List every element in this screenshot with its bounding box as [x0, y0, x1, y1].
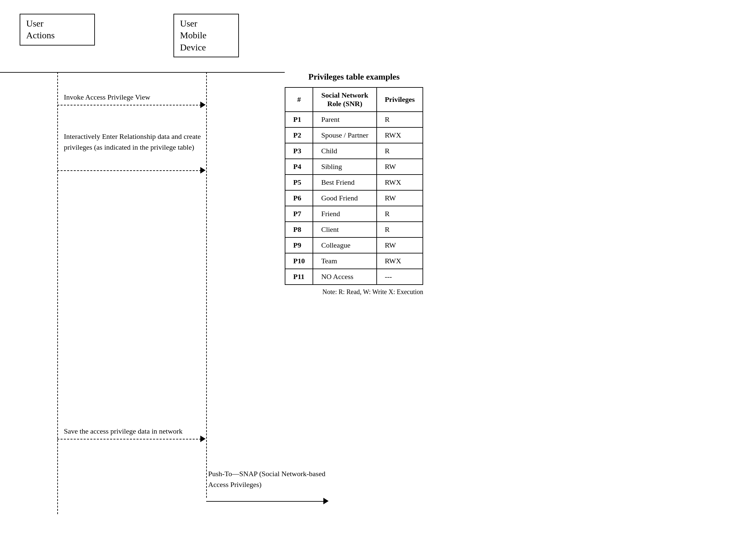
cell-privilege: RW [377, 159, 423, 175]
cell-id: P7 [285, 206, 313, 222]
table-row: P2Spouse / PartnerRWX [285, 127, 423, 143]
cell-id: P11 [285, 269, 313, 284]
cell-id: P9 [285, 238, 313, 253]
user-actions-box: User Actions [20, 14, 95, 46]
msg1-label: Invoke Access Privilege View [64, 93, 150, 102]
msg2-arrow [200, 167, 205, 174]
cell-role: Team [313, 253, 377, 269]
cell-role: Good Friend [313, 190, 377, 206]
cell-role: Parent [313, 112, 377, 127]
cell-privilege: RWX [377, 175, 423, 190]
push-snap-line2: Access Privileges) [208, 480, 262, 489]
cell-privilege: --- [377, 269, 423, 284]
push-snap-line [206, 501, 324, 502]
mobile-label3: Device [180, 42, 206, 52]
cell-role: Colleague [313, 238, 377, 253]
table-row: P4SiblingRW [285, 159, 423, 175]
cell-privilege: RWX [377, 253, 423, 269]
msg1-arrow [200, 102, 205, 108]
col-header-privileges: Privileges [377, 87, 423, 112]
privileges-section: Privileges table examples # Social Netwo… [285, 72, 423, 296]
mobile-device-box: User Mobile Device [173, 14, 239, 57]
msg1-line [57, 105, 201, 106]
cell-id: P4 [285, 159, 313, 175]
msg3-label: Save the access privilege data in networ… [64, 427, 183, 435]
table-body: P1ParentRP2Spouse / PartnerRWXP3ChildRP4… [285, 112, 423, 284]
push-snap-arrow [323, 498, 329, 504]
cell-privilege: R [377, 222, 423, 238]
msg3-line [57, 439, 201, 439]
cell-id: P1 [285, 112, 313, 127]
cell-privilege: RWX [377, 127, 423, 143]
push-snap-text: Push-To—SNAP (Social Network-based Acces… [208, 468, 325, 490]
privileges-title: Privileges table examples [285, 72, 423, 82]
mobile-label1: User [180, 18, 197, 29]
cell-privilege: RW [377, 190, 423, 206]
device-lifeline [206, 72, 207, 498]
cell-id: P6 [285, 190, 313, 206]
cell-id: P10 [285, 253, 313, 269]
cell-role: Friend [313, 206, 377, 222]
msg2-label: Interactively Enter Relationship data an… [64, 131, 201, 153]
table-row: P6Good FriendRW [285, 190, 423, 206]
cell-role: NO Access [313, 269, 377, 284]
cell-role: Client [313, 222, 377, 238]
cell-role: Sibling [313, 159, 377, 175]
push-snap-line1: Push-To—SNAP (Social Network-based [208, 470, 325, 478]
table-note: Note: R: Read, W: Write X: Execution [285, 288, 423, 296]
table-header-row: # Social NetworkRole (SNR) Privileges [285, 87, 423, 112]
table-row: P7FriendR [285, 206, 423, 222]
col-header-id: # [285, 87, 313, 112]
msg2-line [57, 170, 201, 171]
msg2-line1: Interactively Enter Relationship data an… [64, 132, 201, 141]
cell-privilege: RW [377, 238, 423, 253]
table-row: P1ParentR [285, 112, 423, 127]
col-header-role: Social NetworkRole (SNR) [313, 87, 377, 112]
table-row: P3ChildR [285, 143, 423, 159]
privileges-table: # Social NetworkRole (SNR) Privileges P1… [285, 87, 423, 285]
table-row: P11NO Access--- [285, 269, 423, 284]
table-row: P8ClientR [285, 222, 423, 238]
cell-privilege: R [377, 112, 423, 127]
cell-id: P8 [285, 222, 313, 238]
cell-id: P5 [285, 175, 313, 190]
cell-privilege: R [377, 206, 423, 222]
msg2-line2: privileges (as indicated in the privileg… [64, 143, 194, 151]
msg3-arrow [200, 435, 205, 442]
cell-privilege: R [377, 143, 423, 159]
user-lifeline [57, 72, 58, 514]
cell-role: Child [313, 143, 377, 159]
cell-role: Best Friend [313, 175, 377, 190]
mobile-label2: Mobile [180, 30, 206, 40]
table-row: P10TeamRWX [285, 253, 423, 269]
top-separator [0, 72, 285, 73]
user-actions-label: User [26, 18, 44, 29]
table-row: P5Best FriendRWX [285, 175, 423, 190]
cell-role: Spouse / Partner [313, 127, 377, 143]
cell-id: P2 [285, 127, 313, 143]
cell-id: P3 [285, 143, 313, 159]
diagram: User Actions User Mobile Device Invoke A… [0, 0, 756, 541]
user-actions-label2: Actions [26, 30, 55, 40]
table-row: P9ColleagueRW [285, 238, 423, 253]
